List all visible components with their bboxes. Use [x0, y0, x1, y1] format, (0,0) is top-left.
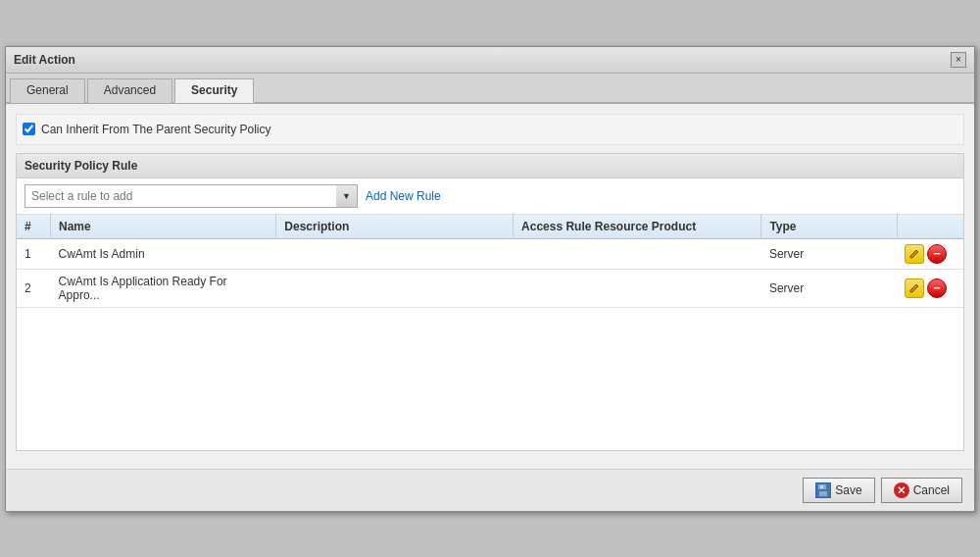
col-header-type: Type [761, 215, 897, 239]
cell-type: Server [761, 238, 897, 269]
cell-actions: − [897, 238, 963, 269]
svg-rect-2 [819, 491, 827, 496]
rules-table-container: # Name Description Access Rule Resource … [17, 215, 963, 450]
save-button[interactable]: Save [803, 478, 874, 503]
cell-num: 2 [17, 269, 51, 307]
delete-row-button[interactable]: − [927, 278, 947, 298]
dialog-body: Can Inherit From The Parent Security Pol… [6, 104, 974, 461]
rules-tbody: 1 CwAmt Is Admin Server − 2 CwAmt Is App… [17, 238, 963, 307]
rules-table: # Name Description Access Rule Resource … [17, 215, 963, 308]
close-button[interactable]: × [951, 52, 966, 68]
inherit-label: Can Inherit From The Parent Security Pol… [41, 123, 271, 136]
tab-bar: General Advanced Security [6, 74, 974, 104]
cell-description [276, 238, 514, 269]
dialog-titlebar: Edit Action × [6, 47, 974, 74]
edit-row-button[interactable] [905, 244, 924, 264]
inherit-row: Can Inherit From The Parent Security Pol… [16, 114, 964, 145]
cell-type: Server [761, 269, 897, 307]
tab-general[interactable]: General [10, 78, 85, 103]
cell-description [276, 269, 514, 307]
rule-select-wrapper: ▼ [24, 184, 358, 208]
cell-name: CwAmt Is Admin [51, 238, 276, 269]
save-icon [815, 482, 831, 498]
security-policy-section: Security Policy Rule ▼ Add New Rule # Na… [16, 153, 964, 451]
dialog-footer: Save ✕ Cancel [6, 469, 974, 511]
table-row: 1 CwAmt Is Admin Server − [17, 238, 963, 269]
dialog-title: Edit Action [14, 53, 75, 67]
col-header-num: # [17, 215, 51, 239]
cell-name: CwAmt Is Application Ready For Appro... [51, 269, 276, 307]
cancel-label: Cancel [913, 483, 950, 497]
rule-select-input[interactable] [24, 184, 358, 208]
cell-resource [514, 269, 761, 307]
edit-row-button[interactable] [905, 278, 924, 298]
add-new-rule-link[interactable]: Add New Rule [366, 189, 441, 203]
svg-rect-3 [820, 485, 823, 488]
add-rule-row: ▼ Add New Rule [17, 178, 963, 215]
inherit-checkbox[interactable] [23, 123, 35, 135]
cell-actions: − [897, 269, 963, 307]
section-header: Security Policy Rule [17, 154, 963, 178]
dropdown-arrow-icon[interactable]: ▼ [336, 184, 358, 208]
cancel-button[interactable]: ✕ Cancel [881, 478, 962, 503]
table-row: 2 CwAmt Is Application Ready For Appro..… [17, 269, 963, 307]
cell-resource [514, 238, 761, 269]
col-header-description: Description [276, 215, 514, 239]
tab-advanced[interactable]: Advanced [87, 78, 172, 103]
delete-row-button[interactable]: − [927, 244, 947, 264]
cell-num: 1 [17, 238, 51, 269]
save-label: Save [835, 483, 861, 497]
cancel-icon: ✕ [894, 482, 909, 498]
table-header-row: # Name Description Access Rule Resource … [17, 215, 963, 239]
col-header-name: Name [51, 215, 276, 239]
col-header-resource: Access Rule Resource Product [514, 215, 761, 239]
tab-security[interactable]: Security [174, 78, 254, 103]
col-header-actions [897, 215, 963, 239]
edit-action-dialog: Edit Action × General Advanced Security … [5, 46, 975, 512]
